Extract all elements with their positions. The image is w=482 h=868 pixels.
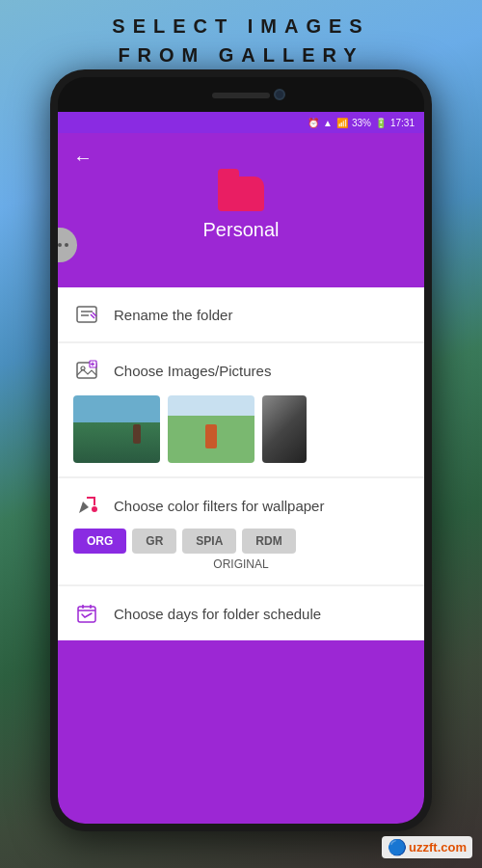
active-filter-label: ORIGINAL [73, 557, 409, 571]
dot3 [65, 243, 68, 247]
filter-org-button[interactable]: ORG [73, 529, 126, 554]
folder-icon-wrap [218, 176, 264, 211]
status-bar: ⏰ ▲ 📶 33% 🔋 17:31 [58, 112, 424, 133]
color-filters-card[interactable]: Choose color filters for wallpaper ORG G… [58, 478, 424, 584]
filters-row-header: Choose color filters for wallpaper [73, 492, 409, 519]
images-icon [73, 357, 100, 384]
wifi-icon: ▲ [323, 118, 333, 128]
schedule-label: Choose days for folder schedule [114, 606, 321, 622]
rename-card[interactable]: Rename the folder [58, 287, 424, 341]
svg-line-3 [91, 314, 94, 318]
more-options-button[interactable] [58, 228, 77, 262]
phone-frame: ⏰ ▲ 📶 33% 🔋 17:31 ← Personal [50, 69, 432, 831]
thumbnail-row [73, 395, 409, 463]
filter-spia-button[interactable]: SPIA [182, 529, 236, 554]
rename-icon [73, 301, 100, 328]
filter-rdm-button[interactable]: RDM [242, 529, 295, 554]
clock: 17:31 [390, 118, 415, 128]
svg-rect-11 [78, 607, 95, 622]
paint-icon [73, 492, 100, 519]
schedule-row: Choose days for folder schedule [73, 600, 409, 627]
images-label: Choose Images/Pictures [114, 363, 271, 379]
filter-buttons-group: ORG GR SPIA RDM [73, 529, 409, 554]
thumbnail-3[interactable] [262, 395, 307, 463]
schedule-card[interactable]: Choose days for folder schedule [58, 586, 424, 640]
watermark: 🔵 uzzft.com [382, 836, 472, 858]
phone-inner: ⏰ ▲ 📶 33% 🔋 17:31 ← Personal [58, 77, 424, 824]
rename-row: Rename the folder [73, 301, 409, 328]
battery-icon: 🔋 [375, 118, 387, 128]
rename-label: Rename the folder [114, 307, 232, 323]
screen: ← Personal [58, 133, 424, 824]
alarm-icon: ⏰ [308, 118, 319, 128]
signal-icon: 📶 [336, 118, 348, 128]
back-button[interactable]: ← [69, 143, 96, 173]
battery-percent: 33% [352, 118, 371, 128]
background-text: SELECT IMAGES FROM GALLERY [0, 12, 482, 69]
app-header: ← Personal [58, 133, 424, 287]
content-area: Rename the folder [58, 287, 424, 640]
figure-1 [133, 424, 141, 444]
folder-icon [218, 176, 264, 211]
figure-2 [205, 424, 217, 448]
speaker-grille [212, 93, 270, 98]
images-row-header: Choose Images/Pictures [73, 357, 409, 384]
thumbnail-2[interactable] [168, 395, 254, 463]
filters-label: Choose color filters for wallpaper [114, 498, 324, 514]
calendar-icon [73, 600, 100, 627]
svg-point-10 [92, 506, 97, 512]
filter-gr-button[interactable]: GR [132, 529, 176, 554]
thumbnail-1[interactable] [73, 395, 160, 463]
dot2 [58, 243, 62, 247]
camera-lens [274, 89, 285, 100]
images-card[interactable]: Choose Images/Pictures [58, 343, 424, 476]
folder-name: Personal [203, 219, 280, 241]
